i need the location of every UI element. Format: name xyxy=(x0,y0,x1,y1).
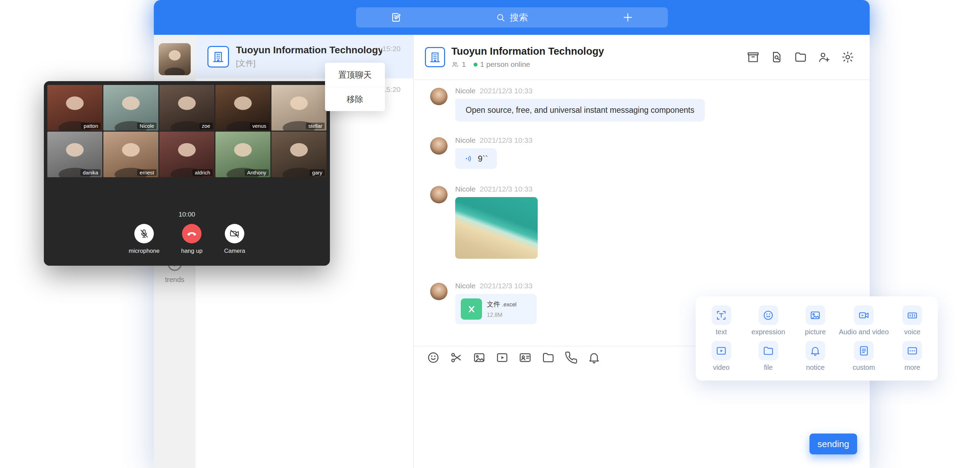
file-meta: 文件 .excel 12.8M xyxy=(487,300,517,318)
message-type-panel: text expression picture Audio and video … xyxy=(696,296,938,380)
text-icon xyxy=(716,310,727,321)
message-voice: Nicole2021/12/3 10:33 9`` xyxy=(414,136,870,169)
custom-doc-icon xyxy=(858,345,870,356)
call-phone-icon xyxy=(565,351,578,364)
conversation-title: Tuoyun Information Technology xyxy=(236,45,382,56)
microphone-toggle[interactable]: microphone xyxy=(129,224,160,254)
emoji-button[interactable] xyxy=(427,351,440,364)
voice-bubble[interactable]: 9`` xyxy=(455,149,497,169)
message-header: Nicole2021/12/3 10:33 xyxy=(455,136,870,145)
participant-name: zoe xyxy=(199,123,213,129)
message-header: Nicole2021/12/3 10:33 xyxy=(455,185,870,193)
file-size: 12.8M xyxy=(487,312,517,318)
conversation-avatar xyxy=(207,46,229,67)
participant-tile: venus xyxy=(215,85,270,131)
participant-name: venus xyxy=(250,123,269,129)
conversation-context-menu: 置顶聊天 移除 xyxy=(325,63,385,111)
send-image-button[interactable] xyxy=(473,351,486,364)
compose-note-button[interactable] xyxy=(356,11,436,23)
hang-up-icon xyxy=(186,228,197,239)
participant-tile: patton xyxy=(47,85,102,131)
chat-title: Tuoyun Information Technology xyxy=(451,46,604,57)
camera-toggle[interactable]: Camera xyxy=(224,224,245,254)
menu-item-remove[interactable]: 移除 xyxy=(325,87,385,111)
message-time: 2021/12/3 10:33 xyxy=(480,136,533,144)
participant-tile: danika xyxy=(47,132,102,177)
audio-video-camera-icon xyxy=(858,310,870,321)
announcement-icon xyxy=(746,51,760,64)
sender-name: Nicole xyxy=(455,87,476,95)
settings-button[interactable] xyxy=(841,51,854,64)
panel-item-text[interactable]: text xyxy=(698,305,745,336)
screenshot-button[interactable] xyxy=(450,351,463,364)
app-screen: 搜索 trends Tuoyun Information T xyxy=(0,0,980,468)
call-controls: microphone hang up Camera xyxy=(47,224,326,254)
panel-item-picture[interactable]: picture xyxy=(792,305,839,336)
file-folder-icon xyxy=(762,345,774,356)
file-name: 文件 xyxy=(487,300,500,308)
panel-item-file[interactable]: file xyxy=(745,341,792,372)
file-ext: .excel xyxy=(502,302,517,307)
file-folder-icon xyxy=(541,351,555,364)
member-count: 1 xyxy=(462,60,466,69)
panel-item-expression[interactable]: expression xyxy=(745,305,792,336)
participant-tile: stellar xyxy=(272,85,326,131)
panel-item-more[interactable]: more xyxy=(889,341,936,372)
sender-name: Nicole xyxy=(455,136,476,144)
panel-item-audio-video[interactable]: Audio and video xyxy=(839,305,888,336)
menu-item-pin-chat[interactable]: 置顶聊天 xyxy=(325,63,385,87)
sender-avatar[interactable] xyxy=(430,88,447,105)
group-files-button[interactable] xyxy=(794,51,807,64)
conversation-time: 15:20 xyxy=(382,35,401,53)
call-button[interactable] xyxy=(565,351,578,364)
message-time: 2021/12/3 10:33 xyxy=(480,87,533,95)
send-video-button[interactable] xyxy=(496,351,509,364)
sender-avatar[interactable] xyxy=(430,137,447,155)
notice-button[interactable] xyxy=(587,351,601,364)
participant-name: ernest xyxy=(137,169,157,176)
notice-bell-icon xyxy=(810,345,821,356)
image-attachment[interactable] xyxy=(455,197,538,259)
settings-gear-icon xyxy=(841,51,854,64)
members-icon xyxy=(451,61,459,68)
screenshot-scissors-icon xyxy=(450,351,463,364)
note-compose-icon xyxy=(390,11,402,23)
company-building-icon xyxy=(212,50,225,63)
participant-tile: Anthony xyxy=(215,132,270,177)
sender-avatar[interactable] xyxy=(430,283,447,300)
message-time: 2021/12/3 10:33 xyxy=(480,282,533,290)
panel-item-voice[interactable]: voice xyxy=(889,305,936,336)
file-attachment[interactable]: 文件 .excel 12.8M xyxy=(455,294,537,324)
chat-history-search-button[interactable] xyxy=(770,51,783,64)
search-placeholder: 搜索 xyxy=(510,11,528,24)
announcement-button[interactable] xyxy=(746,51,760,64)
add-button[interactable] xyxy=(588,11,668,23)
panel-item-notice[interactable]: notice xyxy=(792,341,839,372)
contact-card-button[interactable] xyxy=(519,351,532,364)
hang-up-button[interactable]: hang up xyxy=(181,224,202,254)
online-dot xyxy=(474,63,477,67)
search-input[interactable]: 搜索 xyxy=(436,11,588,24)
excel-x-icon xyxy=(461,299,482,319)
text-bubble: Open source, free, and universal instant… xyxy=(455,99,705,121)
panel-item-custom[interactable]: custom xyxy=(839,341,888,372)
participant-tile: gary xyxy=(272,132,326,177)
video-icon xyxy=(496,351,509,364)
sender-avatar[interactable] xyxy=(430,186,447,203)
video-call-window: patton Nicole zoe venus stellar danika e… xyxy=(44,81,330,266)
video-play-icon xyxy=(716,345,727,356)
plus-icon xyxy=(622,11,634,23)
send-file-button[interactable] xyxy=(541,351,555,364)
participant-name: Nicole xyxy=(137,123,157,129)
message-text: Nicole2021/12/3 10:33 Open source, free,… xyxy=(414,86,870,121)
topbar: 搜索 xyxy=(154,0,870,35)
add-member-button[interactable] xyxy=(818,51,831,64)
chat-panel: Tuoyun Information Technology 1 1 person… xyxy=(414,35,870,468)
send-button[interactable]: sending xyxy=(810,433,857,454)
panel-item-video[interactable]: video xyxy=(698,341,745,372)
add-member-icon xyxy=(818,51,831,64)
participant-name: stellar xyxy=(306,123,325,129)
more-ellipsis-icon xyxy=(907,345,918,356)
user-avatar[interactable] xyxy=(159,43,191,75)
company-building-icon xyxy=(429,51,441,63)
